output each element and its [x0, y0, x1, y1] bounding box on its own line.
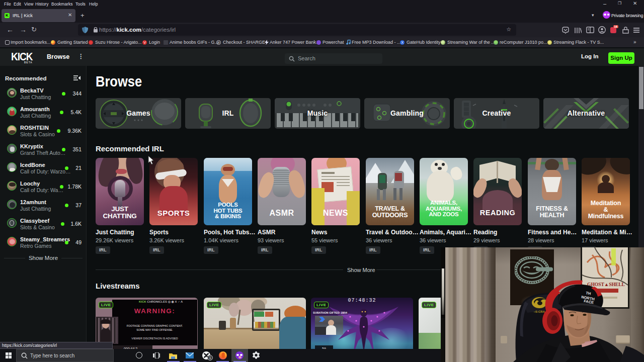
svg-text:⎯S-CRA: ⎯S-CRA: [533, 310, 545, 313]
